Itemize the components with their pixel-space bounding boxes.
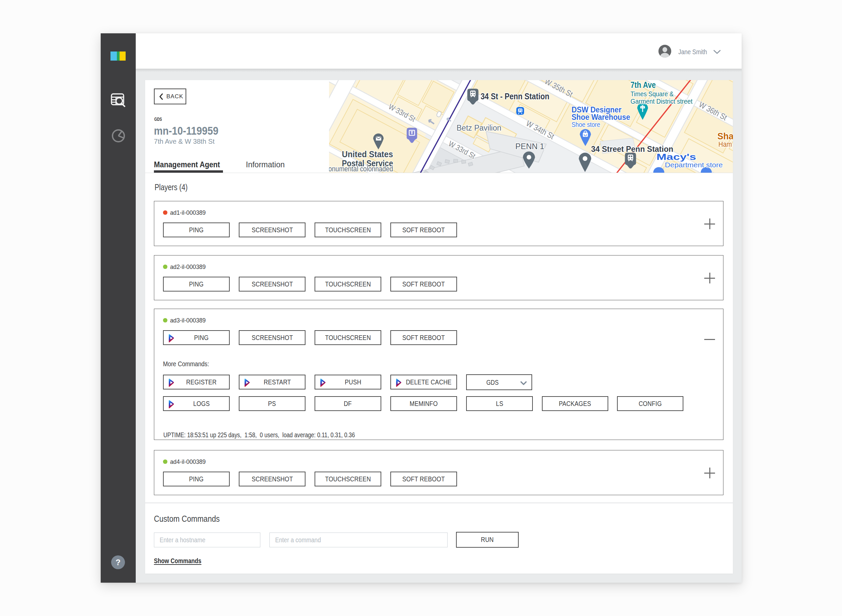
svg-text:PENN 1: PENN 1	[515, 142, 544, 151]
svg-text:Department store: Department store	[665, 161, 723, 169]
svg-text:Betz Pavilion: Betz Pavilion	[457, 123, 501, 132]
svg-text:Garment District street: Garment District street	[630, 97, 692, 105]
svg-text:7th Ave: 7th Ave	[630, 80, 656, 89]
svg-text:onumental colonnaded: onumental colonnaded	[329, 164, 393, 173]
svg-text:Shoe Warehouse: Shoe Warehouse	[572, 113, 630, 122]
svg-text:34 St - Penn Station: 34 St - Penn Station	[481, 92, 549, 101]
svg-text:Macy's: Macy's	[657, 152, 696, 162]
svg-text:Ham: Ham	[719, 140, 732, 148]
svg-text:United States: United States	[342, 149, 393, 159]
svg-text:Shoe store: Shoe store	[572, 120, 600, 128]
svg-text:Times Square &: Times Square &	[630, 90, 674, 98]
